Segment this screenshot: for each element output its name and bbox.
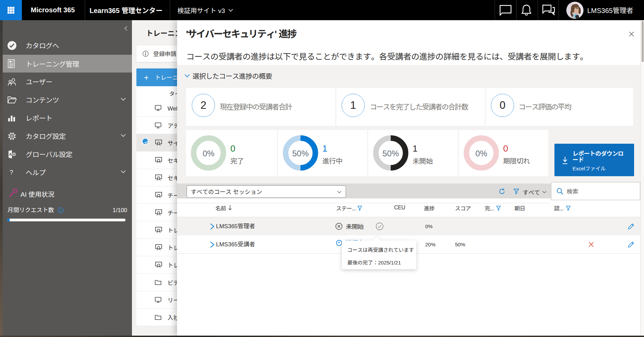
- svg-text:A: A: [9, 152, 12, 156]
